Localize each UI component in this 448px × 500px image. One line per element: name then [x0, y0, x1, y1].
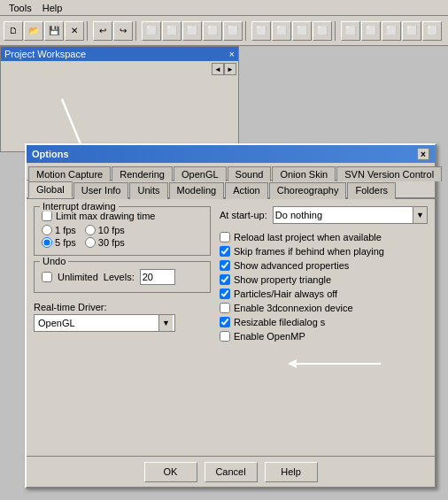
startup-value: Do nothing — [274, 210, 413, 220]
tab-strip-row2: Global User Info Units Modeling Action C… — [27, 181, 435, 199]
tb-btn15[interactable]: ⬜ — [402, 21, 421, 41]
tb-btn13[interactable]: ⬜ — [361, 21, 381, 41]
tb-btn6[interactable]: ⬜ — [203, 21, 222, 41]
reload-last-checkbox[interactable] — [220, 232, 230, 242]
resizable-dialogs-label: Resizable filedialog s — [234, 317, 325, 327]
tab-user-info[interactable]: User Info — [73, 182, 129, 199]
tb-redo[interactable]: ↪ — [113, 21, 133, 41]
tb-btn7[interactable]: ⬜ — [223, 21, 243, 41]
tab-modeling[interactable]: Modeling — [169, 182, 225, 199]
resizable-dialogs-checkbox[interactable] — [220, 317, 230, 327]
tab-sound[interactable]: Sound — [228, 166, 272, 181]
tab-strip-row1: Motion Capture Rendering OpenGL Sound On… — [27, 163, 435, 181]
tb-btn12[interactable]: ⬜ — [341, 21, 360, 41]
help-button[interactable]: Help — [265, 462, 318, 482]
tab-opengl[interactable]: OpenGL — [174, 166, 227, 181]
svg-marker-3 — [288, 359, 297, 368]
menu-tools[interactable]: Tools — [4, 1, 37, 15]
show-property-checkbox[interactable] — [220, 274, 230, 285]
realtime-driver-section: Real-time Driver: OpenGL ▼ — [34, 298, 211, 332]
enable-openmp-row: Enable OpenMP — [220, 331, 428, 342]
tb-btn16[interactable]: ⬜ — [422, 21, 442, 41]
reload-last-label: Reload last project when available — [234, 232, 382, 242]
limit-drawing-checkbox[interactable] — [42, 211, 52, 221]
limit-drawing-check-row: Limit max drawing time — [42, 211, 203, 221]
tab-folders[interactable]: Folders — [347, 182, 396, 199]
fps-30-radio[interactable] — [85, 237, 96, 248]
show-advanced-label: Show advanced properties — [234, 260, 349, 271]
unlimited-checkbox[interactable] — [42, 272, 52, 282]
tb-btn3[interactable]: ⬜ — [142, 21, 161, 41]
scroll-left[interactable]: ◄ — [212, 63, 224, 75]
dialog-titlebar: Options × — [27, 145, 435, 163]
tab-action[interactable]: Action — [225, 182, 268, 199]
enable-openmp-label: Enable OpenMP — [234, 331, 305, 342]
tab-onion-skin[interactable]: Onion Skin — [272, 166, 336, 181]
undo-row: Unlimited Levels: 20 — [42, 269, 203, 285]
fps-5-item: 5 fps — [42, 237, 76, 248]
fps-1-item: 1 fps — [42, 225, 76, 235]
enable-3dconnexion-checkbox[interactable] — [220, 303, 230, 313]
left-column: Interrupt drawing Limit max drawing time… — [34, 206, 211, 342]
fps-10-radio[interactable] — [85, 225, 96, 235]
interrupt-drawing-title: Interrupt drawing — [40, 201, 119, 212]
fps-1-label: 1 fps — [55, 225, 76, 235]
tb-btn10[interactable]: ⬜ — [292, 21, 312, 41]
dialog-title: Options — [32, 149, 69, 159]
driver-dropdown-arrow[interactable]: ▼ — [158, 315, 173, 331]
workspace: Project Workspace × ◄ ► Options × Motion… — [0, 46, 448, 500]
ok-button[interactable]: OK — [144, 462, 197, 482]
driver-value: OpenGL — [36, 318, 158, 328]
scroll-right[interactable]: ► — [224, 63, 236, 75]
sep-4 — [335, 21, 338, 41]
fps-30-label: 30 fps — [98, 237, 125, 248]
dialog-close-button[interactable]: × — [417, 148, 429, 160]
tab-units[interactable]: Units — [129, 182, 167, 199]
tb-btn8[interactable]: ⬜ — [251, 21, 271, 41]
enable-3dconnexion-label: Enable 3dconnexion device — [234, 303, 353, 313]
tab-svn[interactable]: SVN Version Control — [336, 166, 442, 181]
show-advanced-checkbox[interactable] — [220, 260, 230, 271]
particles-hair-checkbox[interactable] — [220, 288, 230, 299]
fps-row-1: 1 fps 10 fps — [42, 225, 203, 235]
tab-global[interactable]: Global — [28, 181, 73, 198]
tab-motion-capture[interactable]: Motion Capture — [28, 166, 111, 181]
tb-btn14[interactable]: ⬜ — [382, 21, 401, 41]
tb-open[interactable]: 📂 — [24, 21, 43, 41]
tb-btn9[interactable]: ⬜ — [272, 21, 291, 41]
startup-row: At start-up: Do nothing ▼ — [220, 206, 428, 224]
skip-frames-checkbox[interactable] — [220, 246, 230, 257]
startup-select[interactable]: Do nothing ▼ — [273, 206, 428, 224]
undo-group: Undo Unlimited Levels: 20 — [34, 261, 211, 293]
fps-5-radio[interactable] — [42, 237, 52, 248]
levels-label: Levels: — [104, 272, 135, 282]
fps-30-item: 30 fps — [85, 237, 125, 248]
startup-label: At start-up: — [220, 210, 267, 220]
fps-1-radio[interactable] — [42, 225, 52, 235]
cancel-button[interactable]: Cancel — [205, 462, 258, 482]
tb-save[interactable]: 💾 — [44, 21, 64, 41]
tab-rendering[interactable]: Rendering — [112, 166, 173, 181]
tb-close[interactable]: ✕ — [65, 21, 84, 41]
project-panel-close[interactable]: × — [229, 49, 235, 59]
limit-drawing-label: Limit max drawing time — [56, 211, 155, 221]
project-panel: Project Workspace × ◄ ► — [0, 46, 239, 152]
skip-frames-row: Skip frames if behind when playing — [220, 246, 428, 257]
dialog-footer: OK Cancel Help — [27, 456, 435, 487]
show-advanced-row: Show advanced properties — [220, 260, 428, 271]
tb-btn11[interactable]: ⬜ — [313, 21, 332, 41]
tb-new[interactable]: 🗋 — [4, 21, 23, 41]
tb-btn5[interactable]: ⬜ — [182, 21, 202, 41]
enable-openmp-checkbox[interactable] — [220, 331, 230, 342]
resizable-dialogs-row: Resizable filedialog s — [220, 317, 428, 327]
panel-scroll: ◄ ► — [1, 61, 238, 77]
show-property-label: Show property triangle — [234, 274, 331, 285]
tab-choreography[interactable]: Choreography — [269, 182, 347, 199]
levels-input[interactable]: 20 — [140, 269, 175, 285]
startup-dropdown-arrow[interactable]: ▼ — [413, 207, 427, 223]
tb-btn4[interactable]: ⬜ — [162, 21, 182, 41]
fps-radio-group: 1 fps 10 fps 5 fps — [42, 225, 203, 248]
tb-undo[interactable]: ↩ — [93, 21, 112, 41]
menu-help[interactable]: Help — [37, 1, 68, 15]
driver-select[interactable]: OpenGL ▼ — [34, 314, 175, 332]
